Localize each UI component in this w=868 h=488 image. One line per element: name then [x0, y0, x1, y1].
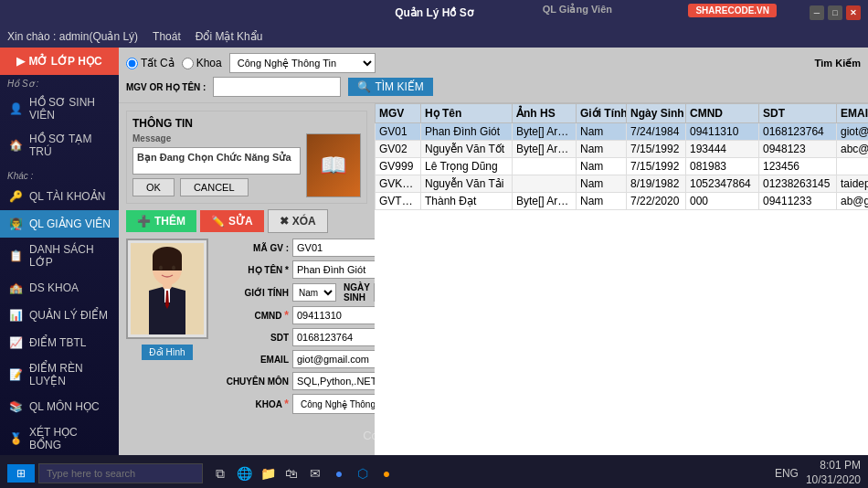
- explorer-icon[interactable]: 📁: [258, 463, 278, 483]
- window-controls[interactable]: ─ □ ✕: [810, 5, 861, 20]
- sidebar-item-ql-tai-khoan[interactable]: 🔑 QL TÀI KHOẢN: [0, 183, 119, 210]
- action-buttons: ➕ THÊM ✏️ SỬA ✖ XÓA: [126, 209, 367, 233]
- plus-icon: ➕: [137, 215, 151, 228]
- khoa-label: KHOA *: [216, 398, 289, 410]
- maximize-button[interactable]: □: [828, 5, 842, 20]
- table-cell: GV01: [376, 123, 421, 141]
- radio-khoa-label[interactable]: Khoa: [182, 57, 222, 69]
- table-cell: 0168123764: [759, 123, 837, 141]
- book-image: 📖: [306, 133, 361, 197]
- table-cell: GVTEST: [376, 193, 421, 210]
- table-scroll[interactable]: MGV Họ Tên Ảnh HS Giới Tính Ngày Sinh CM…: [375, 103, 868, 455]
- table-cell: 7/15/1992: [627, 158, 686, 175]
- message-text: Bạn Đang Chọn Chức Năng Sửa: [132, 147, 301, 175]
- col-email: EMAIL: [837, 104, 869, 123]
- col-ngay-sinh: Ngày Sinh: [627, 104, 686, 123]
- table-cell: Thành Đạt: [421, 193, 513, 210]
- sidebar-item-ds-khoa[interactable]: 🏫 DS KHOA: [0, 274, 119, 302]
- sidebar-item-ql-mon-hoc[interactable]: 📚 QL MÔN HỌC: [0, 393, 119, 420]
- table-cell: 01238263145: [759, 175, 837, 193]
- col-mgv: MGV: [376, 104, 421, 123]
- taskbar-icons: ⧉ 🌐 📁 🛍 ✉ ● ⬡ ●: [210, 463, 397, 483]
- close-button[interactable]: ✕: [846, 5, 861, 20]
- table-body: GV01Phan Đình GiótByte[] ArrayNam7/24/19…: [376, 123, 869, 210]
- mail-icon[interactable]: ✉: [305, 463, 325, 483]
- sidebar-item-xet-hoc-bong[interactable]: 🏅 XÉT HỌC BỔNG: [0, 420, 119, 457]
- search-button[interactable]: 🔍 TÌM KIẾM: [348, 78, 432, 96]
- email-label: EMAIL: [216, 355, 289, 365]
- xoa-button[interactable]: ✖ XÓA: [268, 209, 328, 233]
- table-cell: 081983: [686, 158, 759, 175]
- doi-hinh-button[interactable]: Đổi Hình: [142, 345, 192, 360]
- table-cell: Nam: [577, 193, 627, 210]
- vscode-icon[interactable]: ⬡: [353, 463, 373, 483]
- cancel-button[interactable]: CANCEL: [180, 178, 249, 196]
- list-icon: 📋: [7, 248, 24, 264]
- sidebar-item-ho-so-tam-tru[interactable]: 🏠 HỒ SƠ TẠM TRÚ: [0, 127, 119, 164]
- table-cell: Nam: [577, 141, 627, 158]
- open-lop-hoc-button[interactable]: ▶ MỞ LỚP HỌC: [0, 48, 119, 75]
- task-view-icon[interactable]: ⧉: [210, 463, 230, 483]
- open-icon: ▶: [16, 55, 25, 68]
- sidebar-item-quan-ly-diem[interactable]: 📊 QUẢN LÝ ĐIỂM: [0, 302, 119, 329]
- menu-bar: Xin chào : admin(Quản Lý) Thoát Đổi Mật …: [0, 26, 868, 48]
- table-row[interactable]: GVTESTThành ĐạtByte[] ArrayNam7/22/20200…: [376, 193, 869, 210]
- table-cell: Lê Trọng Dũng: [421, 158, 513, 175]
- table-cell: Phan Đình Giót: [421, 123, 513, 141]
- windows-icon: ⊞: [16, 467, 26, 480]
- radio-tat-ca[interactable]: [126, 58, 138, 69]
- teacher-icon: 👨‍🏫: [7, 216, 24, 232]
- sidebar-item-danh-sach-lop[interactable]: 📋 DANH SÁCH LỚP: [0, 238, 119, 274]
- split-layout: THÔNG TIN Message Bạn Đang Chọn Chức Năn…: [119, 103, 868, 455]
- radio-khoa[interactable]: [182, 58, 194, 69]
- sidebar-item-diem-ren-luyen[interactable]: 📝 ĐIỂM RÈN LUYỆN: [0, 356, 119, 393]
- table-cell: 0948123: [759, 141, 837, 158]
- svg-rect-3: [153, 256, 182, 271]
- minimize-button[interactable]: ─: [810, 5, 824, 20]
- sidebar-section-ho-so: Hồ Sơ :: [0, 75, 119, 90]
- table-row[interactable]: GV02Nguyễn Văn TốtByte[] ArrayNam7/15/19…: [376, 141, 869, 158]
- table-row[interactable]: GV999Lê Trọng DũngNam7/15/19920819831234…: [376, 158, 869, 175]
- sua-button[interactable]: ✏️ SỬA: [200, 210, 264, 232]
- table-cell: Byte[] Array: [513, 193, 577, 210]
- table-row[interactable]: GV01Phan Đình GiótByte[] ArrayNam7/24/19…: [376, 123, 869, 141]
- chrome-icon[interactable]: ●: [329, 463, 349, 483]
- svg-point-4: [159, 266, 163, 271]
- sidebar-item-ql-giang-vien[interactable]: 👨‍🏫 QL GIẢNG VIÊN: [0, 210, 119, 238]
- person-photo: [131, 243, 204, 334]
- start-button[interactable]: ⊞: [7, 464, 35, 483]
- taskbar-search-input[interactable]: [38, 463, 203, 483]
- ho-ten-label: HỌ TÊN *: [216, 265, 289, 275]
- menu-doi-mat-khau[interactable]: Đổi Mật Khẩu: [196, 30, 263, 43]
- menu-thoat[interactable]: Thoát: [153, 30, 181, 43]
- table-cell: 09411233: [759, 193, 837, 210]
- khoa-select[interactable]: Công Nghệ Thông Tin: [229, 53, 376, 73]
- table-cell: abc@gmail...: [837, 141, 869, 158]
- radio-tat-ca-label[interactable]: Tất Cả: [126, 57, 175, 69]
- home-icon: 🏠: [7, 137, 24, 154]
- table-cell: GV02: [376, 141, 421, 158]
- app-title: Quản Lý Hồ Sơ: [395, 6, 473, 19]
- sidebar-item-diem-tbtl[interactable]: 📈 ĐIỂM TBTL: [0, 329, 119, 356]
- table-row[interactable]: GVKESSNguyễn Văn TảiNam8/19/198210523478…: [376, 175, 869, 193]
- gioi-tinh-select[interactable]: Nam Nữ: [292, 283, 336, 302]
- chart-icon: 📊: [7, 307, 24, 324]
- table-cell: 7/15/1992: [627, 141, 686, 158]
- them-button[interactable]: ➕ THÊM: [126, 210, 196, 232]
- table-cell: 8/19/1982: [627, 175, 686, 193]
- thong-tin-label: THÔNG TIN: [132, 117, 361, 130]
- time-display: 8:01 PM 10/31/2020: [806, 459, 861, 487]
- app-icon[interactable]: ●: [376, 463, 397, 483]
- store-icon[interactable]: 🛍: [281, 463, 302, 483]
- table-cell: Byte[] Array: [513, 123, 577, 141]
- table-cell: [513, 158, 577, 175]
- table-cell: ab@gmail.c...: [837, 193, 869, 210]
- key-icon: 🔑: [7, 188, 24, 205]
- col-ho-ten: Họ Tên: [421, 104, 513, 123]
- book-icon: 📚: [7, 398, 24, 415]
- ok-button[interactable]: OK: [132, 178, 175, 196]
- edge-icon[interactable]: 🌐: [234, 463, 254, 483]
- table-cell: Nam: [577, 158, 627, 175]
- mgv-search-input[interactable]: [213, 77, 341, 97]
- sidebar-item-ho-so-sinh-vien[interactable]: 👤 HỒ SƠ SINH VIÊN: [0, 90, 119, 127]
